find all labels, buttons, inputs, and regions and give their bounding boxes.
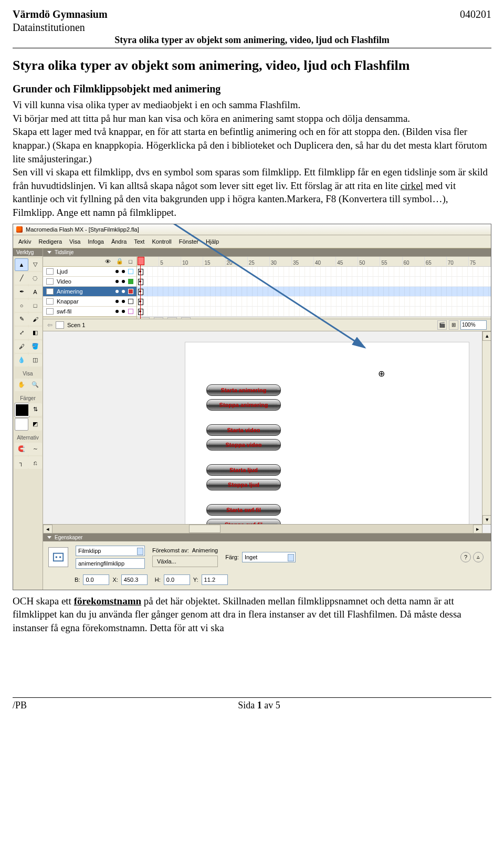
menu-infoga[interactable]: Infoga	[88, 238, 104, 245]
tool-pencil[interactable]: ✎	[15, 313, 28, 326]
movieclip-registration-icon[interactable]: ⊕	[378, 369, 385, 379]
scroll-thumb-h[interactable]	[189, 525, 220, 533]
tool-hand[interactable]: ✋	[15, 379, 28, 391]
tools-visa-label: Visa	[13, 369, 43, 377]
scroll-down-icon[interactable]: ▾	[482, 515, 491, 525]
stage-buttons: Starta animering Stoppa animering Starta…	[206, 384, 281, 530]
tool-bucket[interactable]: 🪣	[28, 340, 42, 353]
prop-Y-label: Y:	[193, 577, 198, 583]
tool-smooth[interactable]: ～	[28, 443, 42, 455]
frames-row-ljud[interactable]	[137, 267, 491, 277]
btn-stoppa-video[interactable]: Stoppa video	[206, 439, 281, 451]
stage-area[interactable]: Starta animering Stoppa animering Starta…	[43, 331, 491, 533]
tool-pen[interactable]: ✒	[15, 286, 28, 298]
tool-snap[interactable]: 🧲	[15, 443, 28, 455]
btn-starta-swf[interactable]: Starta swf-fil	[206, 504, 281, 516]
btn-starta-animering[interactable]: Starta animering	[206, 384, 281, 396]
outline-icon[interactable]: □	[129, 258, 132, 265]
prop-Y-field[interactable]: 11.2	[202, 574, 228, 585]
frames-row-swf[interactable]	[137, 307, 491, 317]
tool-line[interactable]: ╱	[15, 272, 28, 285]
prop-X-field[interactable]: 450.3	[121, 574, 148, 585]
frames-row-animering[interactable]	[137, 287, 491, 297]
tool-fill-transform[interactable]: ◧	[28, 327, 42, 339]
layer-knappar[interactable]: Knappar	[43, 297, 136, 307]
timeline-header[interactable]: Tidslinje	[43, 248, 491, 256]
frames-row-knappar[interactable]	[137, 297, 491, 307]
stage-canvas[interactable]: Starta animering Stoppa animering Starta…	[185, 342, 469, 533]
layer-swf-fil[interactable]: swf-fil	[43, 307, 136, 317]
tool-transform[interactable]: ⤢	[15, 327, 28, 339]
tool-eyedropper[interactable]: 💧	[15, 354, 28, 367]
edit-multi-icon[interactable]: ▦	[167, 317, 177, 319]
vertical-scrollbar[interactable]: ▴ ▾	[482, 331, 491, 525]
scroll-up-icon[interactable]: ▴	[482, 331, 491, 341]
tool-ink[interactable]: 🖋	[15, 340, 28, 353]
eye-icon[interactable]: 👁	[105, 258, 111, 265]
menu-kontroll[interactable]: Kontroll	[152, 238, 171, 245]
timeline-ruler: 5 10 15 20 25 30 35 40 45 50 55 60	[137, 257, 491, 267]
tool-lasso[interactable]: ◌	[28, 272, 42, 285]
movieclip-type-icon[interactable]	[48, 547, 68, 567]
stroke-color[interactable]	[15, 403, 29, 417]
layer-video[interactable]: Video	[43, 277, 136, 287]
prop-H-field[interactable]: 0.0	[164, 574, 190, 585]
flash-mx-screenshot: Macromedia Flash MX - [StyraFilmklipp2.f…	[13, 224, 491, 590]
menu-hjalp[interactable]: Hjälp	[206, 238, 219, 245]
btn-starta-ljud[interactable]: Starta ljud	[206, 464, 281, 476]
layer-animering[interactable]: Animering	[43, 287, 136, 297]
menu-redigera[interactable]: Redigera	[38, 238, 62, 245]
horizontal-scrollbar[interactable]: ◂ ▸	[43, 524, 482, 533]
zoom-input[interactable]: 100%	[460, 320, 487, 330]
svg-point-1	[56, 556, 58, 558]
btn-starta-video[interactable]: Starta video	[206, 424, 281, 436]
tool-selection[interactable]: ▲	[15, 258, 28, 271]
symbol-type-dropdown[interactable]: Filmklipp	[76, 546, 145, 556]
btn-stoppa-animering[interactable]: Stoppa animering	[206, 399, 281, 411]
swap-colors[interactable]: ⇅	[28, 403, 42, 416]
properties-header[interactable]: Egenskaper	[43, 534, 491, 541]
frames-area[interactable]: 5 10 15 20 25 30 35 40 45 50 55 60	[137, 257, 491, 319]
tool-zoom[interactable]: 🔍	[28, 379, 42, 391]
props-expand-icon[interactable]: ▵	[473, 552, 484, 562]
onion-markers-icon[interactable]: ⟦⟧	[181, 317, 191, 319]
onion-outline-icon[interactable]: ◑	[154, 317, 163, 319]
tool-rect[interactable]: □	[28, 299, 42, 312]
btn-stoppa-ljud[interactable]: Stoppa ljud	[206, 479, 281, 490]
scene-label[interactable]: Scen 1	[67, 322, 85, 328]
menu-arkiv[interactable]: Arkiv	[18, 238, 31, 245]
scene-back-icon[interactable]: ⇦	[47, 321, 52, 329]
color-effect-dropdown[interactable]: Inget	[242, 552, 296, 562]
menu-andra[interactable]: Ändra	[111, 238, 127, 245]
onion-skin-icon[interactable]: ◐	[140, 317, 150, 319]
tool-option-4[interactable]: ⎌	[28, 456, 42, 469]
timeline-playhead[interactable]	[140, 257, 141, 319]
body-text-3a: OCH skapa ett	[13, 595, 74, 607]
props-help-icon[interactable]: ?	[460, 552, 471, 562]
layer-ljud[interactable]: Ljud	[43, 267, 136, 277]
tool-brush[interactable]: 🖌	[28, 313, 42, 326]
swap-symbol-button[interactable]: Växla...	[152, 556, 218, 567]
tool-subselect[interactable]: ▽	[28, 258, 42, 271]
edit-scene-icon[interactable]: 🎬	[437, 320, 447, 330]
frames-row-video[interactable]	[137, 277, 491, 287]
menu-visa[interactable]: Visa	[69, 238, 80, 245]
lock-icon[interactable]: 🔒	[116, 258, 123, 265]
properties-panel: Egenskaper Filmklipp animeringfilmklipp …	[43, 533, 491, 590]
doc-date: 040201	[460, 8, 491, 20]
menu-text[interactable]: Text	[134, 238, 144, 245]
tool-straighten[interactable]: ┐	[15, 456, 28, 469]
scroll-left-icon[interactable]: ◂	[43, 525, 52, 533]
scroll-right-icon[interactable]: ▸	[473, 525, 482, 533]
fill-color[interactable]	[15, 418, 28, 431]
instance-name-field[interactable]: animeringfilmklipp	[76, 558, 145, 569]
edit-symbols-icon[interactable]: ⊞	[449, 320, 458, 330]
default-colors[interactable]: ◩	[28, 418, 42, 431]
menu-fonster[interactable]: Fönster	[179, 238, 198, 245]
tools-title: Verktyg	[13, 248, 43, 256]
tool-oval[interactable]: ○	[15, 299, 28, 312]
layer-footer: + ⟋ 📁 🗑	[43, 317, 136, 319]
prop-B-field[interactable]: 0.0	[83, 574, 109, 585]
tool-eraser[interactable]: ◫	[28, 354, 42, 367]
tool-text[interactable]: A	[28, 286, 42, 298]
